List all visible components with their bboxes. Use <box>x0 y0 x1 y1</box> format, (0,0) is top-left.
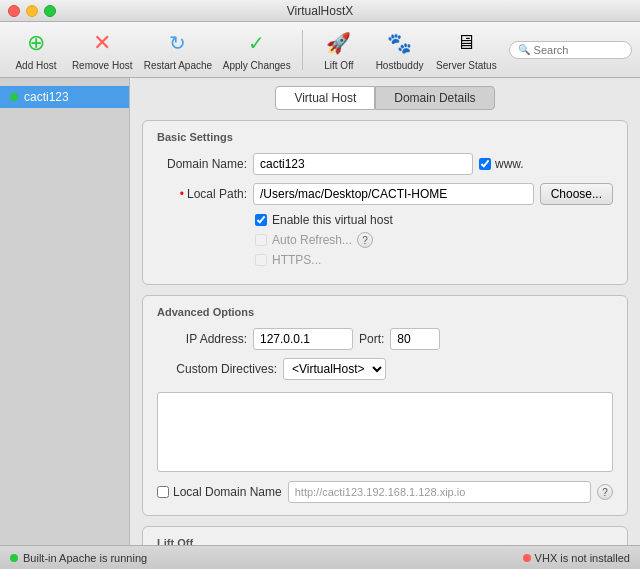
apply-changes-label: Apply Changes <box>223 60 291 71</box>
liftoff-section: Lift Off Share Live Site... Publish Stat… <box>142 526 628 545</box>
port-label: Port: <box>359 332 384 346</box>
domain-name-input[interactable] <box>253 153 473 175</box>
auto-refresh-label: Auto Refresh... <box>272 233 352 247</box>
local-domain-row: Local Domain Name ? <box>157 481 613 503</box>
sidebar: cacti123 <box>0 78 130 545</box>
custom-directives-row: Custom Directives: <VirtualHost> <box>157 358 613 380</box>
apply-changes-button[interactable]: ✓ Apply Changes <box>219 25 294 75</box>
vhx-status-dot <box>523 554 531 562</box>
local-domain-url-input[interactable] <box>288 481 591 503</box>
choose-button[interactable]: Choose... <box>540 183 613 205</box>
enable-checkbox[interactable] <box>255 214 267 226</box>
lift-off-icon: 🚀 <box>325 29 353 57</box>
main-area: cacti123 Virtual Host Domain Details Bas… <box>0 78 640 545</box>
apply-changes-icon: ✓ <box>243 29 271 57</box>
search-icon: 🔍 <box>518 44 530 55</box>
https-row: HTTPS... <box>157 253 613 267</box>
status-dot-green <box>10 93 18 101</box>
status-left: Built-in Apache is running <box>10 552 147 564</box>
enable-label: Enable this virtual host <box>272 213 393 227</box>
directive-textarea[interactable] <box>157 392 613 472</box>
add-host-button[interactable]: ⊕ Add Host <box>8 25 64 75</box>
domain-name-row: Domain Name: www. <box>157 153 613 175</box>
restart-apache-button[interactable]: ↻ Restart Apache <box>140 25 215 75</box>
search-input[interactable] <box>534 44 623 56</box>
enable-checkbox-row: Enable this virtual host <box>157 213 613 227</box>
status-right: VHX is not installed <box>523 552 630 564</box>
vhx-status-text: VHX is not installed <box>535 552 630 564</box>
toolbar: ⊕ Add Host ✕ Remove Host ↻ Restart Apach… <box>0 22 640 78</box>
server-status-icon: 🖥 <box>452 29 480 57</box>
basic-settings-section: Basic Settings Domain Name: www. Local P… <box>142 120 628 285</box>
https-label: HTTPS... <box>272 253 321 267</box>
local-domain-checkbox[interactable] <box>157 486 169 498</box>
sidebar-item-label: cacti123 <box>24 90 69 104</box>
remove-host-label: Remove Host <box>72 60 133 71</box>
sidebar-item-cacti123[interactable]: cacti123 <box>0 86 129 108</box>
local-path-label: Local Path: <box>157 187 247 201</box>
local-domain-help-button[interactable]: ? <box>597 484 613 500</box>
https-checkbox[interactable] <box>255 254 267 266</box>
restart-apache-label: Restart Apache <box>144 60 212 71</box>
content-panel: Virtual Host Domain Details Basic Settin… <box>130 78 640 545</box>
close-button[interactable] <box>8 5 20 17</box>
auto-refresh-row: Auto Refresh... ? <box>157 232 613 248</box>
auto-refresh-help-button[interactable]: ? <box>357 232 373 248</box>
apache-status-text: Built-in Apache is running <box>23 552 147 564</box>
www-checkbox-group: www. <box>479 157 524 171</box>
add-host-icon: ⊕ <box>22 29 50 57</box>
ip-address-input[interactable] <box>253 328 353 350</box>
ip-port-row: IP Address: Port: <box>157 328 613 350</box>
search-box: 🔍 <box>509 41 632 59</box>
local-path-input[interactable] <box>253 183 534 205</box>
hostbuddy-icon: 🐾 <box>386 29 414 57</box>
tab-virtual-host[interactable]: Virtual Host <box>275 86 375 110</box>
local-path-row: Local Path: Choose... <box>157 183 613 205</box>
server-status-label: Server Status <box>436 60 497 71</box>
lift-off-button[interactable]: 🚀 Lift Off <box>311 25 367 75</box>
custom-directives-label: Custom Directives: <box>157 362 277 376</box>
remove-host-icon: ✕ <box>88 29 116 57</box>
apache-status-dot <box>10 554 18 562</box>
maximize-button[interactable] <box>44 5 56 17</box>
remove-host-button[interactable]: ✕ Remove Host <box>68 25 136 75</box>
advanced-options-title: Advanced Options <box>157 306 613 318</box>
www-label: www. <box>495 157 524 171</box>
local-domain-label: Local Domain Name <box>173 485 282 499</box>
server-status-button[interactable]: 🖥 Server Status <box>432 25 500 75</box>
toolbar-separator-1 <box>302 30 303 70</box>
www-checkbox[interactable] <box>479 158 491 170</box>
port-input[interactable] <box>390 328 440 350</box>
hostbuddy-label: Hostbuddy <box>376 60 424 71</box>
window-title: VirtualHostX <box>287 4 353 18</box>
minimize-button[interactable] <box>26 5 38 17</box>
tab-domain-details[interactable]: Domain Details <box>375 86 494 110</box>
liftoff-title: Lift Off <box>157 537 613 545</box>
directive-select[interactable]: <VirtualHost> <box>283 358 386 380</box>
tab-bar: Virtual Host Domain Details <box>142 86 628 110</box>
advanced-options-section: Advanced Options IP Address: Port: Custo… <box>142 295 628 516</box>
ip-address-label: IP Address: <box>157 332 247 346</box>
restart-apache-icon: ↻ <box>164 29 192 57</box>
basic-settings-title: Basic Settings <box>157 131 613 143</box>
auto-refresh-checkbox[interactable] <box>255 234 267 246</box>
domain-name-label: Domain Name: <box>157 157 247 171</box>
statusbar: Built-in Apache is running VHX is not in… <box>0 545 640 569</box>
lift-off-label: Lift Off <box>324 60 353 71</box>
traffic-lights <box>8 5 56 17</box>
titlebar: VirtualHostX <box>0 0 640 22</box>
local-domain-checkbox-group: Local Domain Name <box>157 485 282 499</box>
add-host-label: Add Host <box>15 60 56 71</box>
hostbuddy-button[interactable]: 🐾 Hostbuddy <box>371 25 428 75</box>
